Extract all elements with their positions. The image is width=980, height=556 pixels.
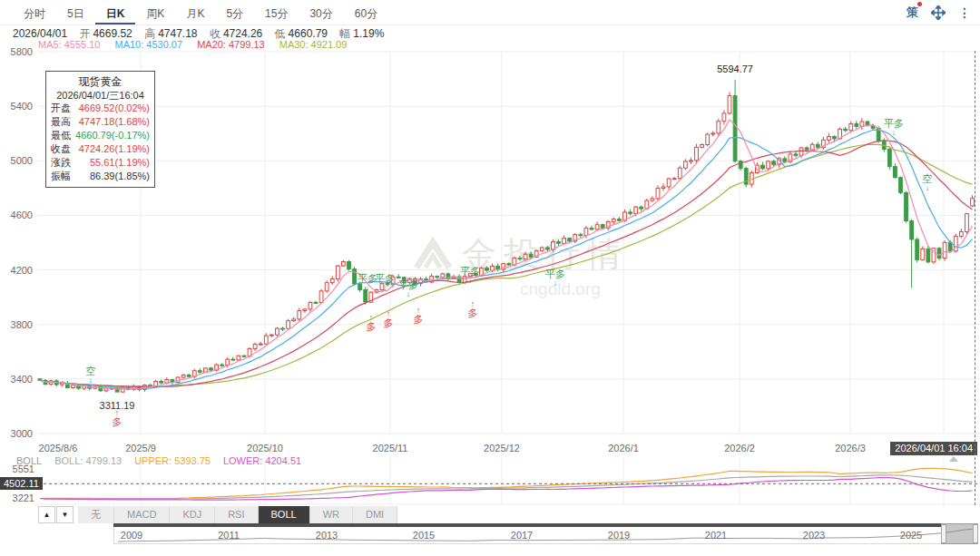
candle-body	[441, 274, 445, 278]
candle-body	[507, 264, 511, 265]
candle-body	[474, 274, 477, 276]
x-axis-tick: 2025/10	[247, 443, 283, 454]
candle-body	[672, 179, 676, 180]
ma20-value: MA20: 4799.13	[197, 39, 265, 50]
candle-body	[629, 212, 632, 213]
indicator-tab-rsi[interactable]: RSI	[215, 506, 258, 523]
more-menu-icon[interactable]: ⋮	[958, 5, 971, 20]
candle-body	[303, 309, 307, 311]
navigator-brush-window[interactable]	[941, 523, 978, 544]
candle-body	[612, 219, 615, 222]
indicator-tab-wr[interactable]: WR	[310, 506, 353, 523]
candle-body	[943, 242, 946, 258]
boll-header: BOLL BOLL: 4799.13 UPPER: 5393.75 LOWER:…	[16, 455, 301, 466]
candle-body	[187, 376, 191, 377]
tooltip-row-amplitude: 振幅86.39(1.85%)	[51, 170, 150, 183]
candle-body	[678, 168, 681, 179]
tab-30min[interactable]: 30分	[299, 0, 343, 24]
period-tabbar: 分时 5日 日K 周K 月K 5分 15分 30分 60分 策 ⋮	[0, 0, 980, 25]
indicator-up-button[interactable]: ▲	[38, 506, 55, 523]
indicator-down-button[interactable]: ▼	[56, 506, 74, 523]
candle-body	[799, 148, 803, 155]
navigator-year-label: 2013	[316, 530, 338, 541]
tooltip-symbol: 现货黄金	[51, 74, 150, 89]
indicator-tab-macd[interactable]: MACD	[114, 506, 170, 523]
candle-body	[270, 335, 273, 336]
tooltip-low-label: 最低	[51, 129, 71, 142]
strategy-icon[interactable]: 策	[906, 5, 918, 21]
tooltip-row-close: 收盘4724.26(1.19%)	[51, 142, 150, 156]
tab-5day[interactable]: 5日	[56, 0, 95, 24]
candle-body	[491, 266, 495, 270]
candle-body	[905, 192, 908, 220]
candles-group	[38, 80, 974, 393]
ma10-value: MA10: 4530.07	[115, 39, 183, 50]
tab-timeshare[interactable]: 分时	[13, 0, 56, 24]
boll-lower-value: LOWER: 4204.51	[223, 455, 301, 466]
tooltip-open-label: 开盘	[51, 102, 71, 115]
tab-daily-k[interactable]: 日K	[95, 0, 136, 24]
candle-body	[342, 261, 346, 266]
tooltip-row-open: 开盘4669.52(0.02%)	[51, 102, 150, 115]
candle-body	[198, 371, 201, 372]
high-value: 4747.18	[158, 27, 197, 40]
brush-right-handle[interactable]	[973, 524, 978, 543]
ma30-value: MA30: 4921.09	[279, 39, 348, 50]
candle-body	[468, 274, 472, 277]
tooltip-close-label: 收盘	[51, 142, 71, 156]
candle-body	[866, 122, 869, 125]
candle-body	[160, 382, 163, 384]
indicator-tab-kdj[interactable]: KDJ	[170, 506, 215, 523]
candle-body	[828, 136, 831, 140]
low-value: 4660.79	[289, 27, 328, 40]
tooltip-open-value: 4669.52(0.02%)	[79, 102, 150, 115]
tooltip-row-high: 最高4747.18(1.68%)	[51, 115, 150, 129]
tooltip-high-label: 最高	[51, 115, 71, 129]
candle-body	[325, 283, 328, 291]
ma10-line	[40, 130, 973, 388]
candle-body	[887, 150, 891, 167]
candle-body	[916, 239, 919, 259]
brush-left-handle[interactable]	[941, 524, 946, 543]
ma5-line	[40, 120, 973, 389]
candle-body	[540, 248, 544, 250]
candle-body	[358, 284, 362, 289]
candle-body	[72, 385, 75, 388]
candle-body	[364, 289, 368, 302]
navigator-year-label: 2009	[121, 530, 142, 541]
navigator-year-label: 2015	[413, 530, 435, 541]
ma30-line	[40, 144, 973, 386]
tab-5min[interactable]: 5分	[215, 0, 254, 24]
tab-monthly-k[interactable]: 月K	[175, 0, 215, 24]
candle-body	[397, 277, 400, 278]
compare-layout-icon[interactable]	[931, 5, 946, 20]
tab-60min[interactable]: 60分	[344, 0, 388, 24]
crosshair-vertical-line	[975, 51, 975, 505]
navigator-series-line	[118, 529, 976, 541]
x-axis-tick: 2026/3	[835, 443, 866, 454]
low-label: 低	[275, 27, 286, 40]
candle-body	[298, 310, 301, 318]
indicator-tab-dmi[interactable]: DMI	[353, 506, 397, 523]
open-value: 4669.52	[93, 27, 132, 40]
candle-body	[276, 328, 279, 335]
candle-body	[783, 159, 787, 161]
candle-body	[568, 239, 572, 241]
tab-15min[interactable]: 15分	[254, 0, 299, 24]
quote-tooltip: 现货黄金 2026/04/01/三16:04 开盘4669.52(0.02%) …	[45, 71, 155, 188]
x-axis-tick: 2026/2	[724, 443, 755, 454]
candle-body	[816, 144, 819, 147]
tooltip-datetime: 2026/04/01/三16:04	[51, 89, 150, 102]
candle-body	[485, 268, 489, 270]
candle-body	[695, 147, 699, 161]
navigator-scrollbar[interactable]	[113, 523, 941, 527]
x-axis-tick: 2025/9	[125, 443, 156, 454]
candle-body	[667, 179, 671, 187]
indicator-tab-boll[interactable]: BOLL	[259, 506, 310, 523]
tab-weekly-k[interactable]: 周K	[135, 0, 175, 24]
navigator-year-label: 2021	[705, 530, 727, 541]
candle-body	[810, 144, 814, 150]
candle-body	[706, 134, 710, 144]
candle-body	[833, 136, 837, 138]
indicator-tab-none[interactable]: 无	[78, 506, 114, 523]
